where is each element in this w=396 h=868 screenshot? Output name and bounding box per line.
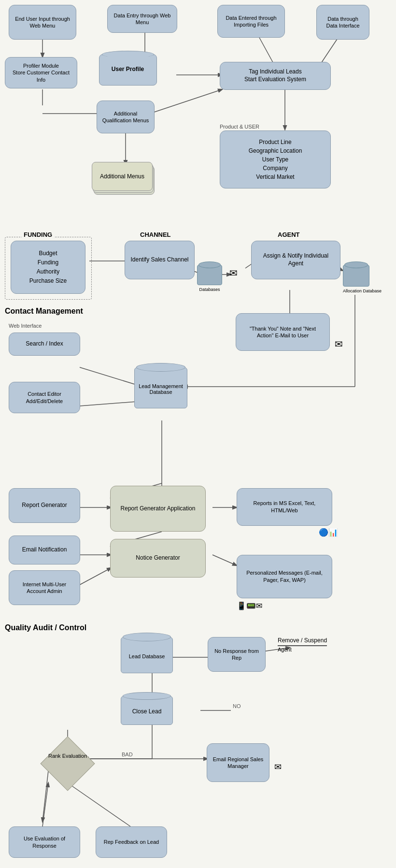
reports-output-node: Reports in MS Excel, Text, HTML/Web — [237, 488, 332, 526]
personalized-msg-node: Personalized Messages (E-mail, Pager, Fa… — [237, 555, 332, 598]
tag-leads-node: Tag Individual Leads Start Evaluation Sy… — [220, 62, 331, 90]
report-generator-node: Report Generator — [9, 488, 80, 523]
allocation-db-cylinder: Allocation Database — [343, 265, 382, 294]
user-profile-node: User Profile — [95, 52, 160, 87]
svg-line-19 — [80, 401, 142, 406]
product-line-node: Product Line Geographic Location User Ty… — [220, 130, 331, 188]
lead-database-node: Lead Database — [121, 637, 173, 673]
svg-line-18 — [80, 367, 142, 387]
data-entry-web-node: Data Entry through Web Menu — [107, 5, 177, 33]
use-evaluation-node: Use Evaluation of Response — [9, 826, 80, 858]
contact-editor-node: Contact Editor Add/Edit/Delete — [9, 382, 80, 413]
assign-notify-node: Assign & Notify Individual Agent — [251, 241, 340, 279]
channel-label: CHANNEL — [140, 231, 171, 238]
svg-text:NO: NO — [233, 703, 241, 709]
envelope-icon-1: ✉ — [229, 267, 238, 279]
rep-feedback-node: Rep Feedback on Lead — [96, 826, 167, 858]
profiler-module-node: Profiler Module Store Customer Contact I… — [5, 57, 77, 88]
svg-line-39 — [68, 783, 130, 826]
identify-sales-node: Identify Sales Channel — [125, 241, 195, 279]
svg-text:BAD: BAD — [122, 752, 133, 757]
report-gen-app-node: Report Generator Application — [110, 486, 206, 532]
funding-label: FUNDING — [22, 231, 54, 238]
email-notification-node: Email Notification — [9, 535, 80, 564]
envelope-icon-3: ✉ — [274, 762, 282, 772]
data-interface-node: Data through Data Interface — [316, 5, 369, 40]
svg-line-23 — [80, 568, 111, 585]
rank-evaluation-node: Rank Evaluation — [41, 744, 94, 783]
quality-audit-label: Quality Audit / Control — [5, 623, 86, 632]
lead-mgmt-db-node: Lead Management Database — [134, 367, 187, 408]
web-interface-label: Web Interface — [9, 323, 42, 329]
svg-line-7 — [150, 89, 222, 114]
additional-qual-node: Additional Qualification Menus — [97, 101, 155, 133]
agent-label: AGENT — [278, 231, 300, 238]
email-regional-node: Email Regional Sales Manager — [207, 743, 269, 782]
svg-line-24 — [212, 555, 237, 565]
end-user-input-node: End User Input through Web Menu — [9, 5, 76, 40]
close-lead-node: Close Lead — [121, 696, 173, 725]
svg-line-40 — [42, 783, 48, 826]
device-icons: 📱📟✉ — [237, 601, 262, 610]
funding-box-node: Budget Funding Authority Purchase Size — [11, 241, 85, 294]
notice-generator-node: Notice Generator — [110, 539, 206, 578]
contact-mgmt-label: Contact Management — [5, 307, 83, 316]
remove-suspend-label: Remove / Suspend Agent — [278, 637, 327, 653]
data-entered-files-node: Data Entered through Importing Files — [217, 5, 285, 38]
thank-you-note-node: "Thank You" Note and "Next Action" E-Mai… — [236, 313, 330, 351]
additional-menus-node: Additional Menus — [92, 162, 155, 196]
excel-icon: 🔵📊 — [319, 528, 338, 537]
no-response-node: No Response from Rep — [208, 637, 266, 672]
internet-admin-node: Internet Multi-User Account Admin — [9, 570, 80, 605]
databases-cylinder: Databases — [197, 265, 222, 292]
envelope-icon-2: ✉ — [335, 338, 343, 350]
product-user-label: Product & USER — [220, 124, 259, 130]
search-index-node: Search / Index — [9, 333, 80, 356]
